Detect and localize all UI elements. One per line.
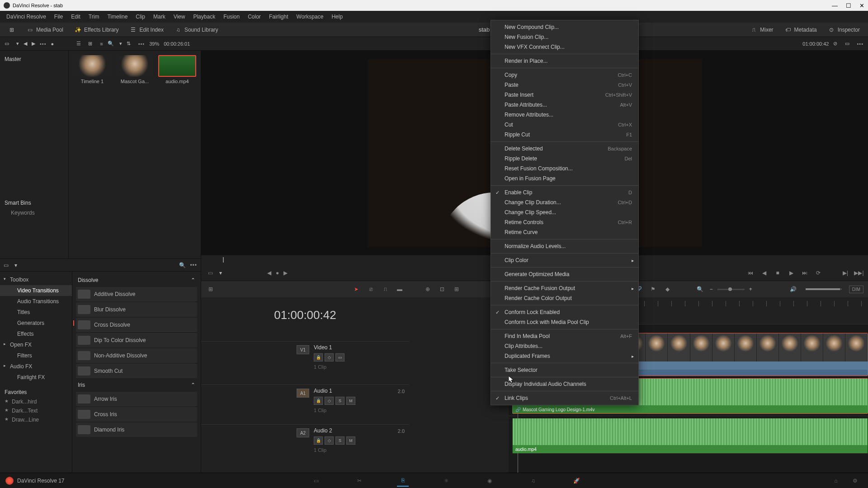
- maximize-button[interactable]: ☐: [846, 2, 851, 9]
- play-reverse-button[interactable]: ◀: [760, 268, 769, 277]
- replace-tool[interactable]: ⊞: [452, 284, 462, 294]
- effects-library-button[interactable]: ✨Effects Library: [71, 24, 121, 35]
- menu-item-paste[interactable]: PasteCtrl+V: [491, 80, 638, 90]
- menu-item-take-selector[interactable]: Take Selector: [491, 365, 638, 375]
- flag-icon[interactable]: ⚑: [648, 284, 658, 294]
- media-pool-button[interactable]: ▭Media Pool: [24, 24, 66, 35]
- menu-item-render-in-place[interactable]: Render in Place...: [491, 56, 638, 66]
- inspector-button[interactable]: ⊙Inspector: [825, 24, 863, 35]
- category-iris[interactable]: Iris⌃: [76, 379, 197, 391]
- fx-item[interactable]: Blur Dissolve: [76, 302, 197, 317]
- tree-filters[interactable]: Filters: [0, 350, 72, 361]
- close-button[interactable]: ✕: [859, 2, 864, 9]
- menu-item-render-cache-color-output[interactable]: Render Cache Color Output: [491, 293, 638, 303]
- home-button[interactable]: ⌂: [830, 475, 842, 487]
- tree-generators[interactable]: Generators: [0, 318, 72, 328]
- volume-icon[interactable]: 🔊: [788, 284, 798, 294]
- insert-tool[interactable]: ⊕: [423, 284, 433, 294]
- track-header-v1[interactable]: V1 Video 1 🔒 ◇ ▭ 1 Clip: [201, 341, 409, 385]
- menu-view[interactable]: View: [170, 12, 189, 22]
- edit-page-button[interactable]: ⎘: [397, 475, 409, 487]
- menu-item-normalize-audio-levels[interactable]: Normalize Audio Levels...: [491, 241, 638, 251]
- menu-item-reset-fusion-composition[interactable]: Reset Fusion Composition...: [491, 164, 638, 174]
- tree-fairlightfx[interactable]: Fairlight FX: [0, 372, 72, 383]
- menu-item-delete-selected[interactable]: Delete SelectedBackspace: [491, 144, 638, 154]
- fx-item[interactable]: Cross Dissolve: [76, 318, 197, 332]
- menu-item-change-clip-speed[interactable]: Change Clip Speed...: [491, 207, 638, 217]
- menu-trim[interactable]: Trim: [85, 12, 103, 22]
- menu-item-conform-lock-enabled[interactable]: Conform Lock Enabled: [491, 307, 638, 317]
- track-solo-button[interactable]: S: [335, 436, 344, 445]
- fx-item[interactable]: Arrow Iris: [76, 392, 197, 406]
- loop-button[interactable]: ⟳: [814, 268, 823, 277]
- zoom-percent[interactable]: 39%: [149, 41, 159, 47]
- fairlight-page-button[interactable]: ♫: [527, 475, 539, 487]
- minimize-button[interactable]: —: [832, 2, 838, 9]
- track-header-a2[interactable]: A2 Audio 22.0 🔒 ◇ S M 1 Clip: [201, 424, 409, 464]
- menu-edit[interactable]: Edit: [67, 12, 84, 22]
- menu-mark[interactable]: Mark: [150, 12, 169, 22]
- menu-item-paste-insert[interactable]: Paste InsertCtrl+Shift+V: [491, 90, 638, 100]
- clip-a2[interactable]: audio.mp4: [512, 418, 868, 454]
- favorite-item[interactable]: Dark...Text: [0, 406, 72, 415]
- mixer-button[interactable]: ⎍Mixer: [747, 24, 776, 35]
- menu-item-ripple-cut[interactable]: Ripple CutF1: [491, 130, 638, 140]
- sound-library-button[interactable]: ♫Sound Library: [172, 24, 221, 35]
- tree-video-transitions[interactable]: Video Transitions: [0, 285, 72, 296]
- menu-item-paste-attributes[interactable]: Paste Attributes...Alt+V: [491, 100, 638, 110]
- menu-item-conform-lock-with-media-pool-clip[interactable]: Conform Lock with Media Pool Clip: [491, 317, 638, 327]
- menu-item-ripple-delete[interactable]: Ripple DeleteDel: [491, 154, 638, 164]
- tree-audio-transitions[interactable]: Audio Transitions: [0, 296, 72, 307]
- media-page-button[interactable]: ▭: [310, 475, 322, 487]
- fx-view-icon[interactable]: ▭: [4, 262, 11, 268]
- bypass-icon[interactable]: ⊘: [833, 41, 840, 47]
- menu-playback[interactable]: Playback: [189, 12, 219, 22]
- menu-item-clip-attributes[interactable]: Clip Attributes...: [491, 341, 638, 351]
- fx-item[interactable]: Non-Additive Dissolve: [76, 348, 197, 363]
- clip-timeline[interactable]: Timeline 1: [73, 55, 111, 84]
- metadata-button[interactable]: 🏷Metadata: [782, 24, 820, 35]
- tree-effects[interactable]: Effects: [0, 328, 72, 339]
- menu-item-find-in-media-pool[interactable]: Find In Media PoolAlt+F: [491, 331, 638, 341]
- list-view-icon[interactable]: ☰: [76, 41, 84, 47]
- menu-file[interactable]: File: [51, 12, 66, 22]
- track-auto-button[interactable]: ◇: [325, 436, 334, 445]
- menu-item-remove-attributes[interactable]: Remove Attributes...: [491, 110, 638, 120]
- keywords-bin[interactable]: Keywords: [5, 206, 64, 216]
- track-lock-button[interactable]: 🔒: [314, 436, 323, 445]
- dynamic-trim-tool[interactable]: ⎍: [380, 284, 390, 294]
- track-header-a1[interactable]: A1 Audio 12.0 🔒 ◇ S M 1 Clip: [201, 385, 409, 424]
- fx-item[interactable]: Additive Dissolve: [76, 287, 197, 301]
- menu-item-duplicated-frames[interactable]: Duplicated Frames: [491, 351, 638, 361]
- expand-button[interactable]: ⊞: [5, 24, 18, 35]
- master-bin[interactable]: Master: [5, 54, 64, 64]
- tree-toolbox[interactable]: Toolbox: [0, 274, 72, 285]
- menu-fusion[interactable]: Fusion: [220, 12, 243, 22]
- menu-item-cut[interactable]: CutCtrl+X: [491, 120, 638, 130]
- nav-prev-icon[interactable]: ◀: [267, 270, 271, 276]
- track-auto-button[interactable]: ◇: [325, 397, 334, 405]
- track-mute-button[interactable]: M: [346, 397, 355, 405]
- menu-item-new-fusion-clip[interactable]: New Fusion Clip...: [491, 32, 638, 42]
- more-icon[interactable]: •••: [40, 41, 47, 47]
- deliver-page-button[interactable]: 🚀: [571, 475, 582, 487]
- sort-icon[interactable]: ⇅: [127, 41, 134, 47]
- track-lock-button[interactable]: 🔒: [314, 397, 323, 405]
- last-marker-button[interactable]: ▶▶|: [854, 268, 863, 277]
- track-auto-button[interactable]: ◇: [325, 353, 334, 361]
- menu-help[interactable]: Help: [328, 12, 346, 22]
- menu-item-change-clip-duration[interactable]: Change Clip Duration...Ctrl+D: [491, 197, 638, 207]
- fusion-page-button[interactable]: ⚛: [440, 475, 452, 487]
- trim-tool[interactable]: ⎚: [366, 284, 376, 294]
- nav-next-icon[interactable]: ▶: [283, 270, 288, 276]
- menu-item-new-vfx-connect-clip[interactable]: New VFX Connect Clip...: [491, 42, 638, 52]
- menu-item-new-compound-clip[interactable]: New Compound Clip...: [491, 22, 638, 32]
- zoom-in-button[interactable]: +: [749, 286, 752, 292]
- stop-button[interactable]: ■: [773, 268, 782, 277]
- single-viewer-icon[interactable]: ▭: [845, 41, 852, 47]
- tree-openfx[interactable]: Open FX: [0, 339, 72, 350]
- fx-search-icon[interactable]: 🔍: [179, 262, 186, 268]
- fx-item[interactable]: Cross Iris: [76, 407, 197, 422]
- last-frame-button[interactable]: ⏭: [800, 268, 809, 277]
- menu-item-enable-clip[interactable]: Enable ClipD: [491, 188, 638, 197]
